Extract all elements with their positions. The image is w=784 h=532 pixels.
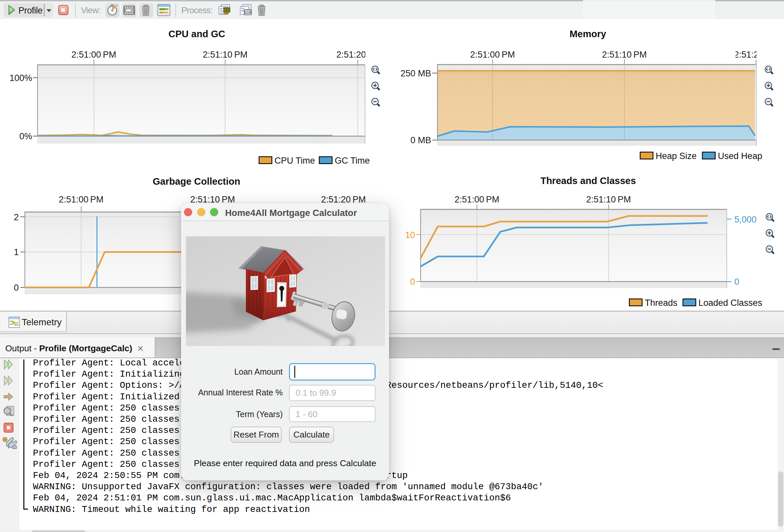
svg-text:100%: 100% xyxy=(9,73,33,83)
svg-text:0%: 0% xyxy=(20,131,33,141)
svg-text:Garbage Collection: Garbage Collection xyxy=(153,176,240,187)
svg-text:2:51:20 PM: 2:51:20 PM xyxy=(734,50,779,60)
svg-text:2:51:10 PM: 2:51:10 PM xyxy=(602,50,647,60)
svg-text:Profile: Profile xyxy=(19,6,43,16)
svg-text:5,000: 5,000 xyxy=(734,215,757,225)
svg-text:0: 0 xyxy=(410,277,415,287)
svg-text:2:51:00 PM: 2:51:00 PM xyxy=(59,195,104,204)
svg-text:2:51:00 PM: 2:51:00 PM xyxy=(72,50,116,60)
svg-text:10: 10 xyxy=(405,230,415,240)
svg-text:2:51:00 PM: 2:51:00 PM xyxy=(470,50,515,60)
svg-text:2:51:20 PM: 2:51:20 PM xyxy=(336,50,381,60)
svg-text:CPU Time: CPU Time xyxy=(275,156,315,165)
svg-text:CPU and GC: CPU and GC xyxy=(169,29,225,39)
svg-text:View:: View: xyxy=(81,5,101,15)
svg-text:0: 0 xyxy=(734,277,739,287)
svg-text:2:51:10 PM: 2:51:10 PM xyxy=(190,195,235,204)
svg-text:Used Heap: Used Heap xyxy=(718,151,762,161)
svg-text:1: 1 xyxy=(14,247,19,257)
svg-text:250 MB: 250 MB xyxy=(400,68,431,78)
svg-text:2:51:10 PM: 2:51:10 PM xyxy=(586,195,631,204)
svg-text:2: 2 xyxy=(14,212,19,222)
svg-text:Threads: Threads xyxy=(645,298,677,308)
svg-text:Threads and Classes: Threads and Classes xyxy=(540,175,636,186)
svg-text:Memory: Memory xyxy=(569,29,606,39)
svg-text:2:51:20 PM: 2:51:20 PM xyxy=(321,195,366,204)
svg-text:Loaded Classes: Loaded Classes xyxy=(698,298,762,308)
svg-text:GC Time: GC Time xyxy=(335,156,370,165)
svg-text:2:51:00 PM: 2:51:00 PM xyxy=(454,195,499,204)
svg-text:Heap Size: Heap Size xyxy=(655,151,697,161)
svg-text:Process:: Process: xyxy=(181,5,213,15)
svg-text:0 MB: 0 MB xyxy=(411,135,431,145)
svg-text:0: 0 xyxy=(14,283,19,293)
svg-text:2:51:10 PM: 2:51:10 PM xyxy=(203,50,248,60)
